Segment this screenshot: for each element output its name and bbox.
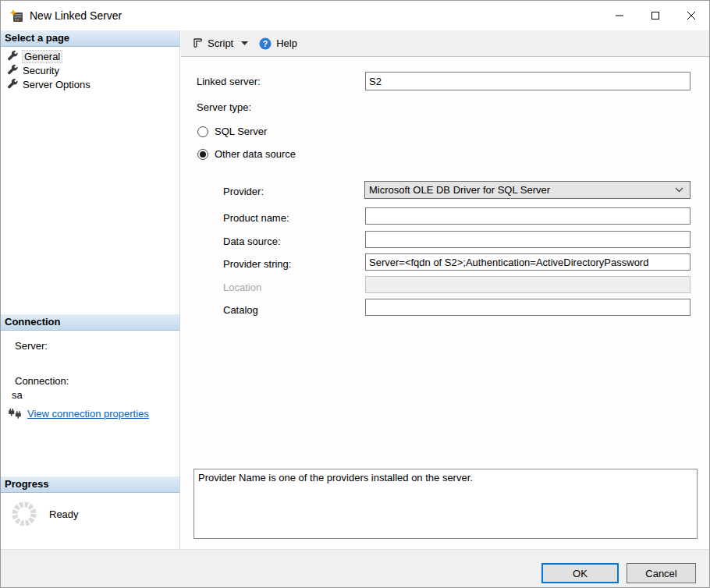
footer-bar: OK Cancel xyxy=(1,549,709,587)
radio-circle-icon xyxy=(197,126,208,137)
titlebar: New Linked Server xyxy=(1,1,709,30)
wrench-icon xyxy=(7,79,18,90)
chevron-down-icon xyxy=(675,187,683,193)
select-a-page-header: Select a page xyxy=(1,30,179,47)
location-label: Location xyxy=(223,282,261,293)
provider-string-input[interactable] xyxy=(365,253,690,271)
radio-sql-server-label: SQL Server xyxy=(215,126,267,137)
chevron-down-icon xyxy=(241,41,248,45)
progress-status-row: Ready xyxy=(10,500,79,528)
provider-string-label: Provider string: xyxy=(223,258,291,270)
sidebar-item-label: Security xyxy=(23,65,59,76)
script-icon xyxy=(191,37,203,49)
svg-text:?: ? xyxy=(263,38,268,48)
connection-properties-icon xyxy=(9,408,22,420)
ok-button[interactable]: OK xyxy=(541,563,619,583)
linked-server-app-icon xyxy=(9,9,23,23)
sidebar-item-security[interactable]: Security xyxy=(1,63,179,77)
data-source-label: Data source: xyxy=(223,236,281,247)
sidebar-item-general[interactable]: General xyxy=(1,49,179,63)
progress-header: Progress xyxy=(1,476,179,493)
script-label: Script xyxy=(208,37,233,49)
provider-selected-value: Microsoft OLE DB Driver for SQL Server xyxy=(369,184,550,196)
maximize-button[interactable] xyxy=(637,1,673,30)
catalog-label: Catalog xyxy=(223,304,258,316)
content-pane: Script ? Help Linked server: Server type… xyxy=(181,30,709,551)
maximize-icon xyxy=(651,11,660,20)
linked-server-label: Linked server: xyxy=(197,76,261,87)
provider-help-box: Provider Name is one of the providers in… xyxy=(193,469,698,539)
location-input xyxy=(365,276,690,293)
view-connection-properties-row: View connection properties xyxy=(9,408,149,420)
product-name-label: Product name: xyxy=(223,212,289,224)
view-connection-properties-link[interactable]: View connection properties xyxy=(27,408,149,420)
toolbar: Script ? Help xyxy=(181,30,709,57)
provider-label: Provider: xyxy=(223,186,264,197)
radio-other-label: Other data source xyxy=(215,148,296,160)
connection-user-value: sa xyxy=(12,389,23,401)
data-source-input[interactable] xyxy=(365,231,690,248)
progress-status-text: Ready xyxy=(49,508,79,520)
radio-other-data-source[interactable]: Other data source xyxy=(197,148,296,160)
window-title: New Linked Server xyxy=(30,9,122,22)
wrench-icon xyxy=(7,65,18,76)
catalog-input[interactable] xyxy=(365,299,690,316)
progress-spinner-icon xyxy=(10,500,38,528)
radio-sql-server[interactable]: SQL Server xyxy=(197,126,267,137)
help-button[interactable]: ? Help xyxy=(256,34,300,53)
sidebar-item-label: Server Options xyxy=(23,79,91,90)
sidebar-item-label: General xyxy=(23,51,62,62)
cancel-button[interactable]: Cancel xyxy=(627,563,696,583)
sidebar: Select a page General Security Server Op… xyxy=(1,30,180,551)
dialog-body: Select a page General Security Server Op… xyxy=(1,30,709,551)
product-name-input[interactable] xyxy=(365,207,690,225)
script-button[interactable]: Script xyxy=(188,34,256,52)
minimize-button[interactable] xyxy=(602,1,637,30)
sidebar-item-server-options[interactable]: Server Options xyxy=(1,77,179,91)
close-icon xyxy=(687,11,696,20)
server-type-label: Server type: xyxy=(197,101,251,113)
new-linked-server-dialog: New Linked Server Select a page General … xyxy=(0,0,710,588)
provider-dropdown[interactable]: Microsoft OLE DB Driver for SQL Server xyxy=(364,181,690,199)
close-button[interactable] xyxy=(673,1,709,30)
minimize-icon xyxy=(615,11,624,20)
connection-connection-label: Connection: xyxy=(15,375,69,387)
help-label: Help xyxy=(276,37,297,49)
radio-circle-checked-icon xyxy=(197,149,208,160)
linked-server-input[interactable] xyxy=(365,72,690,90)
connection-server-label: Server: xyxy=(15,340,48,352)
form-area: Linked server: Server type: SQL Server O… xyxy=(181,57,709,551)
help-icon: ? xyxy=(259,37,272,50)
connection-header: Connection xyxy=(1,314,179,331)
wrench-icon xyxy=(7,51,18,62)
